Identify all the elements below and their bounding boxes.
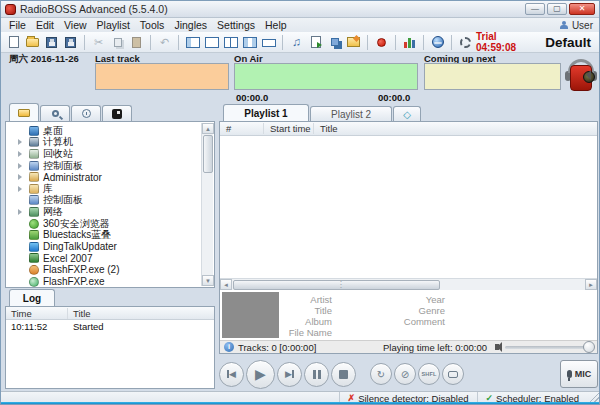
save-as-button[interactable] [62,34,79,51]
menu-help[interactable]: Help [260,19,292,31]
play-button[interactable]: ▶ [246,360,275,389]
paste-button[interactable] [128,34,145,51]
dingtalk-icon [29,242,39,252]
view-layout-2-button[interactable] [203,34,220,51]
network-button[interactable] [429,34,446,51]
record-button[interactable] [373,34,390,51]
expand-arrow-icon[interactable] [16,186,29,192]
volume-slider[interactable] [505,346,593,349]
volume-knob[interactable] [583,341,595,353]
mic-button[interactable]: MIC [560,360,598,388]
pause-button[interactable] [304,362,329,387]
tree-item-flashfxp[interactable]: FlashFXP.exe [6,276,214,288]
scroll-right-icon[interactable]: ► [585,279,597,290]
tree-item-administrator[interactable]: Administrator [6,171,214,183]
tab-playlist-2[interactable]: Playlist 2 [310,106,392,122]
tree-item-excel[interactable]: Excel 2007 [6,253,214,265]
tree-item-flashfxp-2[interactable]: FlashFXP.exe (2) [6,264,214,276]
new-playlist-button[interactable] [5,34,22,51]
tree-item-desktop[interactable]: 桌面 [6,125,214,137]
layout-column-grid-icon [243,37,257,48]
tab-folders[interactable] [9,103,39,121]
control-panel-icon [29,195,39,205]
copy-button[interactable] [109,34,126,51]
tree-item-control-panel[interactable]: 控制面板 [6,160,214,172]
volume-speaker-icon[interactable] [495,344,499,350]
tree-item-network[interactable]: 网络 [6,206,214,218]
menu-jingles[interactable]: Jingles [169,19,212,31]
tree-item-bluestacks[interactable]: Bluestacks蓝叠 [6,229,214,241]
tree-item-control-panel-2[interactable]: 控制面板 [6,195,214,207]
edit-folder-button[interactable] [345,34,362,51]
reports-button[interactable] [401,34,418,51]
close-button[interactable]: ✕ [569,3,595,15]
settings-button[interactable] [457,34,474,51]
hscrollbar-thumb[interactable] [233,280,440,290]
undo-button[interactable]: ↶ [156,34,173,51]
profile-name[interactable]: Default [545,35,591,50]
playlist-list[interactable] [220,136,597,278]
tab-playlist-1[interactable]: Playlist 1 [223,104,309,122]
stop-button[interactable] [331,362,356,387]
tree-item-dingtalk[interactable]: DingTalkUpdater [6,241,214,253]
tab-cart[interactable] [102,105,132,121]
app-icon [5,4,16,15]
log-row-time: 10:11:52 [6,321,68,332]
expand-arrow-icon[interactable] [16,174,29,180]
log-col-title[interactable]: Title [68,308,91,319]
fade-icon [448,371,458,378]
col-title[interactable]: Title [314,123,338,134]
log-row[interactable]: 10:11:52 Started [6,320,214,333]
menu-file[interactable]: File [4,19,31,31]
playlist-hscrollbar[interactable]: ◄ ► [220,278,597,290]
view-layout-3-button[interactable] [222,34,239,51]
menu-tools[interactable]: Tools [135,19,170,31]
tree-scrollbar[interactable]: ▲ ▼ [201,123,213,286]
no-autoplay-button[interactable]: ⊘ [394,363,416,385]
previous-button[interactable]: ◀ [219,362,244,387]
view-layout-1-button[interactable] [184,34,201,51]
title-bar[interactable]: RadioBOSS Advanced (5.5.4.0) — ▢ ✕ [1,1,599,18]
speaker-icon [583,71,595,83]
add-playlist-tab[interactable]: ◇ [393,106,421,122]
open-button[interactable] [24,34,41,51]
maximize-button[interactable]: ▢ [547,3,567,15]
menu-settings[interactable]: Settings [212,19,260,31]
copy-playlist-button[interactable] [326,34,343,51]
tab-history[interactable] [71,105,101,121]
libraries-icon [29,184,39,194]
log-col-time[interactable]: Time [6,308,68,319]
tab-log[interactable]: Log [9,289,55,307]
save-button[interactable] [43,34,60,51]
tree-item-computer[interactable]: 计算机 [6,137,214,149]
menu-edit[interactable]: Edit [31,19,59,31]
add-jingle-button[interactable] [307,34,324,51]
col-start-time[interactable]: Start time [264,123,314,134]
shuffle-button[interactable]: SHFL [418,363,440,385]
scroll-down-icon[interactable]: ▼ [202,275,214,286]
expand-arrow-icon[interactable] [16,209,29,215]
cut-button[interactable]: ✂ [90,34,107,51]
menu-playlist[interactable]: Playlist [92,19,135,31]
expand-arrow-icon[interactable] [16,151,29,157]
tree-item-libraries[interactable]: 库 [6,183,214,195]
new-icon [9,36,19,48]
repeat-button[interactable]: ↻ [370,363,392,385]
next-button[interactable]: ▶ [277,362,302,387]
menu-view[interactable]: View [59,19,92,31]
minimize-button[interactable]: — [525,3,545,15]
tab-search[interactable] [40,105,70,121]
scroll-left-icon[interactable]: ◄ [220,279,232,290]
scroll-up-icon[interactable]: ▲ [202,123,214,134]
cart-wall-button[interactable]: ♫ [288,34,305,51]
fade-next-button[interactable] [442,363,464,385]
col-number[interactable]: # [220,123,264,134]
transport-controls: ◀ ▶ ▶ ↻ ⊘ SHFL MIC [219,357,598,391]
tree-item-recycle-bin[interactable]: 回收站 [6,148,214,160]
view-layout-5-button[interactable] [260,34,277,51]
scrollbar-thumb[interactable] [203,135,213,173]
expand-arrow-icon[interactable] [16,139,29,145]
view-layout-4-button[interactable] [241,34,258,51]
user-button[interactable]: User [560,20,596,31]
expand-arrow-icon[interactable] [16,163,29,169]
